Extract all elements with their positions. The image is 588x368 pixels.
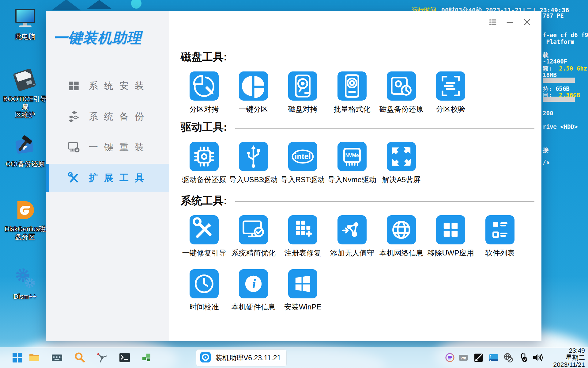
taskbar-keyboard-button[interactable] (51, 351, 63, 364)
desktop-icon-label: 此电脑 (1, 33, 49, 41)
tray-usb-eject-button[interactable] (518, 352, 529, 363)
floppy-icon (1, 67, 49, 93)
list-menu-button[interactable] (488, 18, 497, 27)
tool-win-logo[interactable]: 安装WinPE (278, 269, 327, 315)
tool-grid: 一键修复引导系统精简优化注册表修复添加无人值守本机网络信息移除UWP应用软件列表… (179, 215, 525, 315)
close-button[interactable] (522, 18, 532, 27)
taskbar-search-button[interactable] (74, 351, 86, 364)
hammer-icon (1, 132, 49, 158)
info-progress-bar (543, 78, 575, 83)
chip-icon (190, 142, 219, 171)
tool-scan-verify[interactable]: 分区校验 (426, 71, 475, 117)
tray-pen-square-button[interactable] (473, 352, 484, 363)
diskgenius-icon (1, 197, 49, 223)
display-icon (488, 352, 499, 363)
software-list-icon (485, 215, 514, 244)
minimize-button[interactable] (505, 18, 514, 27)
taskbar-app-button[interactable]: 装机助理V6.23.11.21 (196, 349, 287, 366)
tool-hdd-format[interactable]: 批量格式化 (327, 71, 377, 117)
tool-label: 注册表修复 (285, 248, 321, 258)
desktop-icon-cgi-backup[interactable]: CGI备份还原 (1, 132, 49, 168)
wallpaper-mountain (51, 0, 81, 10)
tool-hdd-copy[interactable]: 磁盘对拷 (278, 71, 327, 117)
tool-chip[interactable]: 驱动备份还原 (179, 142, 229, 188)
taskbar-start-button[interactable] (11, 351, 24, 364)
tool-label: 导入USB3驱动 (229, 175, 278, 185)
start-icon (11, 351, 24, 364)
tray-speaker-button[interactable] (532, 352, 543, 363)
tool-globe[interactable]: 本机网络信息 (377, 215, 426, 261)
sidebar-item-system-backup[interactable]: 系统备份 (46, 102, 169, 131)
gears-icon (1, 264, 49, 290)
svg-text:vm: vm (461, 356, 466, 360)
sidebar-item-label: 一键重装 (89, 141, 150, 154)
sidebar: 一键装机助理 系统安装系统备份一键重装扩展工具 (46, 11, 169, 341)
tool-clock[interactable]: 时间校准 (179, 269, 229, 315)
tool-arrows-out[interactable]: 解决A5蓝屏 (377, 142, 426, 188)
clock-date: 2023/11/21 (553, 361, 585, 368)
section-title: 驱动工具: (181, 120, 227, 134)
desktop-icon-diskgenius[interactable]: DiskGenius磁盘分区 (1, 197, 49, 241)
sidebar-item-extension-tools[interactable]: 扩展工具 (46, 164, 169, 192)
satellite-icon (96, 351, 108, 364)
sidebar-item-label: 系统安装 (89, 80, 150, 92)
tray-circle-list-button[interactable] (445, 352, 455, 363)
window-controls (488, 18, 532, 27)
tool-software-list[interactable]: 软件列表 (475, 215, 525, 261)
section-divider (235, 58, 534, 58)
tray-display-button[interactable] (488, 352, 499, 363)
tool-label: 磁盘备份还原 (379, 104, 424, 114)
desktop-icon-dism[interactable]: Dism++ (1, 264, 49, 301)
main-content: 磁盘工具:分区对拷一键分区磁盘对拷批量格式化磁盘备份还原分区校验驱动工具:驱动备… (169, 11, 541, 341)
tool-nodes[interactable]: 添加无人值守 (327, 215, 377, 261)
tool-label: 软件列表 (485, 248, 515, 258)
minimize-icon (506, 18, 514, 28)
pixels-icon (141, 351, 153, 364)
tool-label: 本机硬件信息 (232, 302, 276, 312)
taskbar-terminal-button[interactable] (119, 351, 131, 364)
tool-repair-tools[interactable]: 一键修复引导 (179, 215, 229, 261)
tool-uwp-grid[interactable]: 移除UWP应用 (426, 215, 475, 261)
tool-info-circle[interactable]: i本机硬件信息 (229, 269, 278, 315)
svg-text:NVMe: NVMe (345, 153, 359, 158)
taskbar-satellite-button[interactable] (96, 351, 108, 364)
terminal-icon (119, 351, 131, 364)
taskbar (0, 347, 588, 368)
taskbar-pixels-button[interactable] (141, 351, 153, 364)
taskbar-clock[interactable]: 23:49 星期二 2023/11/21 (553, 347, 585, 368)
pie-quarters-icon (239, 71, 268, 101)
tool-drive-clock[interactable]: 磁盘备份还原 (377, 71, 426, 117)
tool-pie-pencil[interactable]: 分区对拷 (179, 71, 229, 117)
section-divider (235, 128, 534, 128)
tool-usb[interactable]: 导入USB3驱动 (229, 142, 278, 188)
speaker-icon (532, 352, 543, 363)
tool-registry-grid[interactable]: 注册表修复 (278, 215, 327, 261)
tool-pie-quarters[interactable]: 一键分区 (229, 71, 278, 117)
usb-icon (239, 142, 268, 171)
tool-monitor-check[interactable]: 系统精简优化 (229, 215, 278, 261)
tray-vmware-button[interactable]: vm (458, 352, 469, 363)
info-line: /s (543, 159, 550, 165)
tool-intel[interactable]: intel导入RST驱动 (278, 142, 327, 188)
taskbar-folder-button[interactable] (28, 351, 40, 364)
svg-text:i: i (252, 276, 256, 291)
list-menu-icon (488, 18, 497, 28)
globe-icon (387, 215, 416, 244)
desktop-icon-this-pc[interactable]: 此电脑 (1, 5, 49, 41)
desktop-icon-label: BOOTICE引导扇区维护 (1, 95, 49, 119)
tool-label: 磁盘对拷 (288, 104, 318, 114)
tool-label: 分区校验 (436, 104, 466, 114)
registry-grid-icon (288, 215, 317, 244)
tool-label: 系统精简优化 (232, 248, 276, 258)
tool-label: 驱动备份还原 (182, 175, 226, 185)
tray-globe-off-button[interactable] (503, 352, 513, 363)
desktop-icon-bootice[interactable]: BOOTICE引导扇区维护 (1, 67, 49, 119)
tool-grid: 分区对拷一键分区磁盘对拷批量格式化磁盘备份还原分区校验 (179, 71, 525, 117)
win-grid-icon (46, 79, 89, 92)
tool-label: 导入Nvme驱动 (328, 175, 376, 185)
sidebar-item-one-key-reinstall[interactable]: 一键重装 (46, 133, 169, 161)
wallpaper-sun (131, 0, 141, 9)
desktop-icon-label: Dism++ (1, 293, 49, 301)
sidebar-item-system-install[interactable]: 系统安装 (46, 72, 169, 100)
tool-nvme[interactable]: NVMe导入Nvme驱动 (327, 142, 377, 188)
